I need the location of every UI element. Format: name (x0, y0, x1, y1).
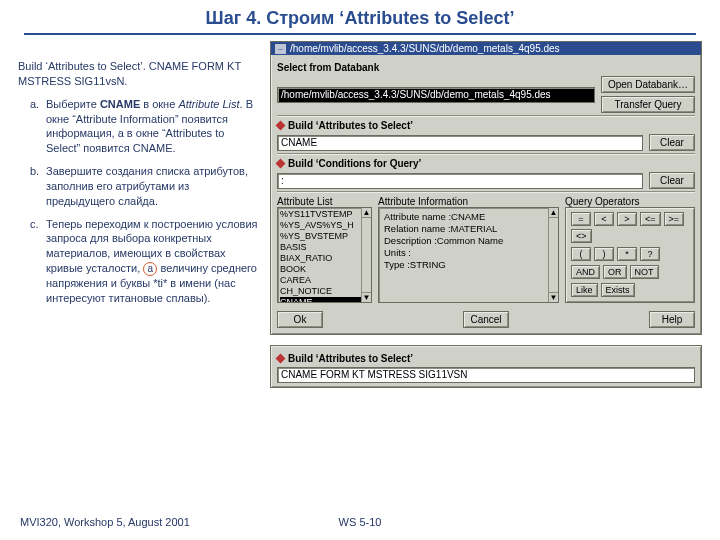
intro-line: Build ‘Attributes to Select’. CNAME FORM… (18, 59, 258, 89)
list-item[interactable]: CAREA (280, 275, 369, 286)
list-item[interactable]: %YS_AVS%YS_H (280, 220, 369, 231)
attr-list-heading: Attribute List (277, 196, 372, 207)
list-item[interactable]: BASIS (280, 242, 369, 253)
scroll-up-icon[interactable]: ▲ (549, 208, 558, 218)
transfer-query-button[interactable]: Transfer Query (601, 96, 695, 113)
op-lt[interactable]: < (594, 212, 614, 226)
op-exists[interactable]: Exists (601, 283, 635, 297)
clear-cond-button[interactable]: Clear (649, 172, 695, 189)
footer-left: MVI320, Workshop 5, August 2001 (20, 516, 190, 528)
list-item[interactable]: CH_NOTICE (280, 286, 369, 297)
help-button[interactable]: Help (649, 311, 695, 328)
op-qmark[interactable]: ? (640, 247, 660, 261)
build-attrs-snippet: Build ‘Attributes to Select’ CNAME FORM … (270, 345, 702, 388)
step-a-marker: a. (30, 97, 39, 112)
main-window: – /home/mvlib/access_3.4.3/SUNS/db/demo_… (270, 41, 702, 335)
scrollbar[interactable]: ▲ ▼ (361, 208, 371, 302)
cond-field[interactable]: : (277, 173, 643, 189)
attribute-list[interactable]: %YS11TVSTEMP %YS_AVS%YS_H %YS_BVSTEMP BA… (277, 207, 372, 303)
op-rparen[interactable]: ) (594, 247, 614, 261)
list-item[interactable]: BOOK (280, 264, 369, 275)
step-a: a. Выберите CNAME в окне Attribute List.… (32, 97, 258, 156)
op-like[interactable]: Like (571, 283, 598, 297)
op-gt[interactable]: > (617, 212, 637, 226)
select-from-label: Select from Databank (277, 62, 695, 73)
diamond-icon (276, 354, 286, 364)
titlebar[interactable]: – /home/mvlib/access_3.4.3/SUNS/db/demo_… (271, 42, 701, 55)
list-item[interactable]: BIAX_RATIO (280, 253, 369, 264)
circled-a: а (143, 262, 157, 276)
snippet-label: Build ‘Attributes to Select’ (277, 353, 695, 364)
op-not[interactable]: NOT (630, 265, 659, 279)
scroll-up-icon[interactable]: ▲ (362, 208, 371, 218)
info-line: Attribute name :CNAME (384, 211, 553, 223)
list-item[interactable]: %YS_BVSTEMP (280, 231, 369, 242)
scrollbar[interactable]: ▲ ▼ (548, 208, 558, 302)
slide-title: Шаг 4. Строим ‘Attributes to Select’ (0, 0, 720, 33)
info-line: Relation name :MATERIAL (384, 223, 553, 235)
step-c-marker: c. (30, 217, 39, 232)
build-cond-label: Build ‘Conditions for Query’ (277, 158, 695, 169)
attrs-field[interactable]: CNAME (277, 135, 643, 151)
databank-path-field[interactable]: /home/mvlib/access_3.4.3/SUNS/db/demo_me… (277, 87, 595, 103)
build-attrs-label: Build ‘Attributes to Select’ (277, 120, 695, 131)
footer-center: WS 5-10 (339, 516, 382, 528)
list-item[interactable]: %YS11TVSTEMP (280, 209, 369, 220)
op-le[interactable]: <= (640, 212, 661, 226)
query-operators: = < > <= >= <> ( ) * ? (565, 207, 695, 303)
divider (24, 33, 696, 35)
diamond-icon (276, 121, 286, 131)
step-b: b. Завершите создания списка атрибутов, … (32, 164, 258, 209)
clear-attrs-button[interactable]: Clear (649, 134, 695, 151)
op-star[interactable]: * (617, 247, 637, 261)
op-eq[interactable]: = (571, 212, 591, 226)
ok-button[interactable]: Ok (277, 311, 323, 328)
cancel-button[interactable]: Cancel (463, 311, 509, 328)
op-lparen[interactable]: ( (571, 247, 591, 261)
list-item-selected[interactable]: CNAME (280, 297, 369, 303)
snippet-field[interactable]: CNAME FORM KT MSTRESS SIG11VSN (277, 367, 695, 383)
info-line: Units : (384, 247, 553, 259)
scroll-down-icon[interactable]: ▼ (549, 292, 558, 302)
query-ops-heading: Query Operators (565, 196, 695, 207)
sysmenu-icon[interactable]: – (275, 44, 286, 54)
window-title: /home/mvlib/access_3.4.3/SUNS/db/demo_me… (290, 43, 560, 54)
op-ne[interactable]: <> (571, 229, 592, 243)
op-and[interactable]: AND (571, 265, 600, 279)
step-b-marker: b. (30, 164, 39, 179)
diamond-icon (276, 159, 286, 169)
step-c: c. Теперь переходим к построению условия… (32, 217, 258, 306)
op-or[interactable]: OR (603, 265, 627, 279)
scroll-down-icon[interactable]: ▼ (362, 292, 371, 302)
instruction-text: Build ‘Attributes to Select’. CNAME FORM… (18, 41, 258, 388)
info-line: Description :Common Name (384, 235, 553, 247)
op-ge[interactable]: >= (664, 212, 685, 226)
attribute-info: Attribute name :CNAME Relation name :MAT… (378, 207, 559, 303)
open-databank-button[interactable]: Open Databank… (601, 76, 695, 93)
attr-info-heading: Attribute Information (378, 196, 559, 207)
info-line: Type :STRING (384, 259, 553, 271)
